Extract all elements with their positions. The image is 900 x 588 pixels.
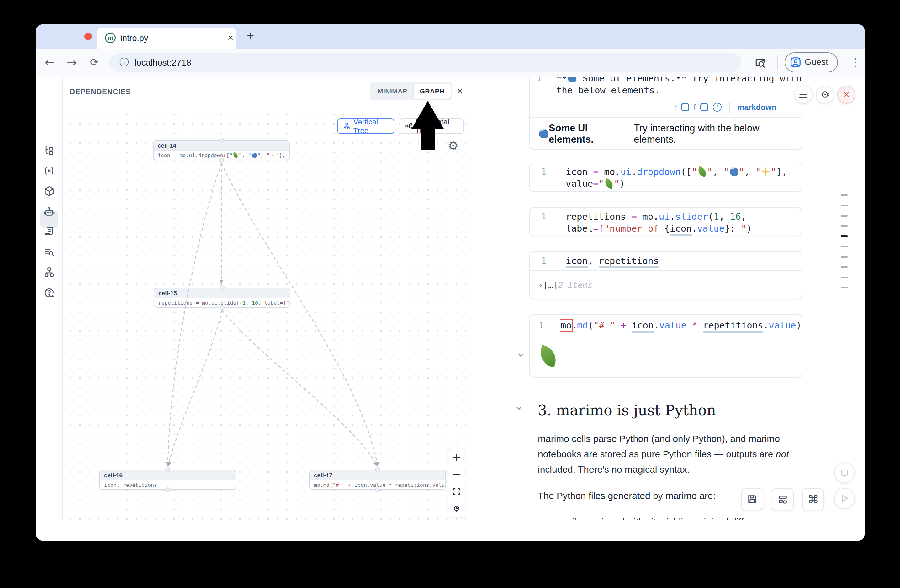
notebook-menu-button[interactable] <box>794 85 813 104</box>
format-toggle-label[interactable]: f <box>694 103 696 112</box>
minimap-cell-marker[interactable] <box>841 225 848 227</box>
reactive-toggle-checkbox[interactable] <box>681 103 689 111</box>
line-number: 1 <box>530 208 557 234</box>
site-info-icon[interactable]: ⓘ <box>119 53 129 72</box>
layout-button[interactable] <box>772 488 794 510</box>
node-title: cell-16 <box>100 470 236 481</box>
minimap-cell-marker-active[interactable] <box>841 235 848 237</box>
stop-button[interactable] <box>834 462 855 483</box>
search-tabs-icon[interactable] <box>754 57 766 69</box>
cell-editor[interactable]: 1 icon, repetitions <box>530 252 802 271</box>
fit-view-icon[interactable] <box>448 483 465 500</box>
minimap-cell-marker[interactable] <box>841 266 848 268</box>
browser-toolbar: ← → ⟳ ⓘ localhost:2718 Guest <box>36 49 864 77</box>
info-toggle-icon[interactable]: i <box>713 103 722 111</box>
zoom-out-button[interactable]: − <box>448 466 465 483</box>
browser-tab[interactable]: m intro.py × <box>97 28 236 49</box>
back-icon[interactable]: ← <box>45 49 55 77</box>
node-title: cell-15 <box>154 288 290 299</box>
cell-output: Some UI elements. Try interacting with t… <box>530 117 802 150</box>
help-icon[interactable] <box>44 288 54 298</box>
tab-close-icon[interactable]: × <box>225 32 236 43</box>
notebook-cell-markdown[interactable]: 1 ** Some UI elements.** Try interacting… <box>529 77 802 150</box>
window-close-button[interactable] <box>84 32 92 40</box>
tab-minimap[interactable]: MINIMAP <box>371 84 414 99</box>
notebook-cell-slider[interactable]: 1 repetitions = mo.ui.slider(1, 16, labe… <box>529 207 802 236</box>
paragraph-line-clipped: easily versioned with git, yielding mini… <box>557 514 748 520</box>
profile-button[interactable]: Guest <box>785 53 838 73</box>
paragraph-line: The Python files generated by marimo are… <box>538 488 715 503</box>
collapse-section-icon[interactable] <box>514 403 524 413</box>
save-button[interactable] <box>741 488 763 510</box>
minimap-cell-marker[interactable] <box>841 246 848 247</box>
code-line: the below elements. <box>556 84 802 96</box>
edge-cell15-cell17 <box>222 310 377 466</box>
packages-icon[interactable] <box>44 186 54 197</box>
line-number: 1 <box>530 163 557 190</box>
tab-graph[interactable]: GRAPH <box>414 84 451 99</box>
graph-node[interactable]: cell-14 icon = mo.ui.dropdown(["", "", "… <box>153 140 290 160</box>
run-button[interactable] <box>834 488 855 509</box>
hamburger-icon <box>799 91 807 98</box>
node-title: cell-17 <box>310 470 445 481</box>
profile-label: Guest <box>805 53 828 72</box>
line-number: 1 <box>530 252 557 271</box>
panel-close-icon[interactable]: × <box>453 80 466 102</box>
sidebar <box>36 77 63 520</box>
leaf-emoji-icon <box>537 345 559 368</box>
minimap-cell-marker[interactable] <box>841 256 848 258</box>
cell-output-collapsed[interactable]: › [ … ] 2 Items <box>530 271 802 299</box>
forward-icon[interactable]: → <box>67 49 77 77</box>
line-number: 1 <box>530 77 548 97</box>
new-tab-button[interactable]: + <box>247 29 254 43</box>
vertical-tree-button[interactable]: Vertical Tree <box>337 119 394 134</box>
logs-icon[interactable] <box>44 226 54 237</box>
cell-editor[interactable]: 1 mo.md("# " + icon.value * repetitions.… <box>530 315 802 335</box>
notebook-cell-dropdown[interactable]: 1 icon = mo.ui.dropdown(["", "", ""], va… <box>529 162 802 192</box>
view-toggle: MINIMAP GRAPH <box>370 82 452 100</box>
paragraph-line: included. There's no magical syntax. <box>538 462 690 477</box>
reload-icon[interactable]: ⟳ <box>90 49 99 77</box>
minimap-cell-marker[interactable] <box>841 277 848 279</box>
save-icon <box>747 494 758 504</box>
vertical-tree-icon <box>343 122 350 130</box>
reactive-toggle-label[interactable]: r <box>674 103 677 112</box>
cell-output-leaf <box>530 335 802 378</box>
cell-editor[interactable]: 1 ** Some UI elements.** Try interacting… <box>530 77 802 97</box>
browser-menu-icon[interactable]: ⋮ <box>849 49 861 77</box>
tab-title: intro.py <box>120 34 148 43</box>
locate-icon[interactable] <box>448 500 465 517</box>
shutdown-button[interactable]: × <box>837 85 855 104</box>
notebook-settings-button[interactable]: ⚙ <box>816 85 834 104</box>
markdown-mode-label[interactable]: markdown <box>737 103 776 112</box>
dependency-graph-canvas[interactable]: Vertical Tree Horizontal Tree ⚙ cell-14 … <box>63 108 473 520</box>
paragraph-line: notebooks are stored as pure Python file… <box>538 446 789 462</box>
node-code: repetitions = mo.ui.slider(1, 16, label=… <box>154 299 290 308</box>
minimap-cell-marker[interactable] <box>841 287 848 288</box>
minimap-cell-marker[interactable] <box>841 205 848 206</box>
dependencies-icon[interactable] <box>44 267 54 277</box>
minimap-cell-marker[interactable] <box>841 215 848 217</box>
node-title: cell-14 <box>154 141 289 151</box>
graph-settings-icon[interactable]: ⚙ <box>448 139 458 153</box>
collapse-output-icon[interactable] <box>516 350 526 360</box>
command-palette-button[interactable]: ⌘ <box>802 488 824 510</box>
variables-icon[interactable] <box>44 166 54 176</box>
cell-editor[interactable]: 1 icon = mo.ui.dropdown(["", "", ""], va… <box>530 163 802 190</box>
graph-node[interactable]: cell-15 repetitions = mo.ui.slider(1, 16… <box>154 288 290 308</box>
node-code: icon, repetitions <box>100 481 236 490</box>
cell-editor[interactable]: 1 repetitions = mo.ui.slider(1, 16, labe… <box>530 208 802 234</box>
address-bar[interactable]: ⓘ localhost:2718 <box>109 53 741 72</box>
notebook-cell-tuple[interactable]: 1 icon, repetitions › [ … ] 2 Items <box>529 251 802 299</box>
code-line: ** Some UI elements.** Try interacting w… <box>556 77 802 84</box>
minimap-cell-marker[interactable] <box>841 194 848 196</box>
edge-cell15-cell16 <box>168 310 222 466</box>
graph-node[interactable]: cell-17 mo.md("# " + icon.value * repeti… <box>309 470 446 490</box>
file-tree-icon[interactable] <box>44 145 54 155</box>
graph-node[interactable]: cell-16 icon, repetitions <box>99 470 236 490</box>
zoom-in-button[interactable]: + <box>448 448 465 466</box>
search-logs-icon[interactable] <box>44 247 54 257</box>
format-toggle-checkbox[interactable] <box>700 103 708 111</box>
marimo-favicon-icon: m <box>105 32 116 43</box>
notebook-cell-momd[interactable]: 1 mo.md("# " + icon.value * repetitions.… <box>529 314 802 378</box>
